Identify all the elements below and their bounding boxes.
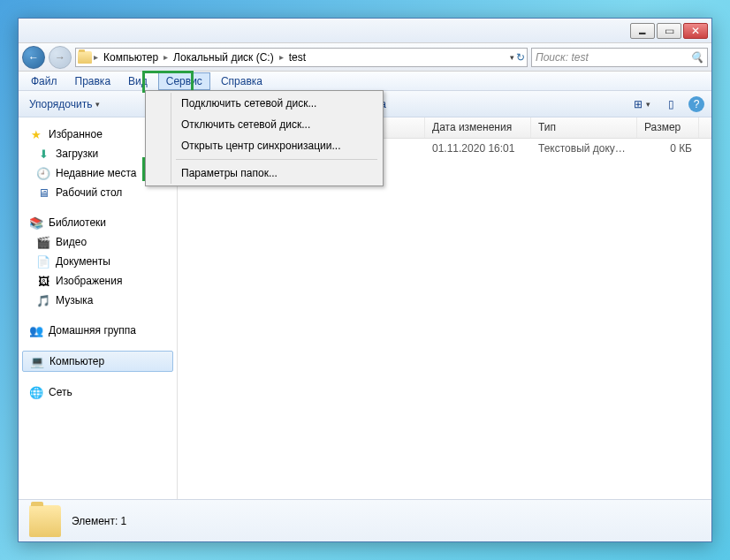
status-text: Элемент: 1 [72,515,126,527]
sidebar-item-label: Изображения [56,275,122,287]
column-date[interactable]: Дата изменения [425,117,531,138]
column-type[interactable]: Тип [531,117,637,138]
cell-size: 0 КБ [637,140,699,156]
chevron-down-icon: ▾ [95,100,100,109]
back-icon: ← [28,51,39,64]
sidebar-item-pictures[interactable]: 🖼Изображения [19,271,177,291]
menu-item-sync-center[interactable]: Открыть центр синхронизации... [172,135,381,156]
sidebar-item-label: Компьютер [49,355,104,367]
close-button[interactable]: ✕ [683,23,708,39]
breadcrumb[interactable]: Локальный диск (C:) [170,49,278,65]
view-icon: ⊞ [634,98,643,110]
desktop-icon: 🖥 [36,185,50,200]
sidebar-item-videos[interactable]: 🎬Видео [19,232,177,252]
sidebar-item-music[interactable]: 🎵Музыка [19,291,177,310]
cell-type: Текстовый докум... [531,140,637,156]
forward-button[interactable]: → [49,46,72,69]
sidebar-homegroup[interactable]: 👥Домашняя группа [19,321,177,340]
network-icon: 🌐 [29,385,43,399]
sidebar-item-label: Документы [56,255,110,268]
download-icon: ⬇ [36,147,50,161]
menu-item-disconnect-drive[interactable]: Отключить сетевой диск... [172,114,381,135]
sidebar-item-label: Избранное [49,128,103,140]
sidebar-item-label: Видео [56,236,87,248]
menu-item-folder-options[interactable]: Параметры папок... [172,163,381,184]
music-icon: 🎵 [36,293,50,307]
cell-date: 01.11.2020 16:01 [425,140,531,156]
preview-icon: ▯ [668,98,674,110]
folder-icon [78,50,92,64]
breadcrumb[interactable]: test [285,49,309,65]
minimize-button[interactable]: 🗕 [630,23,655,39]
video-icon: 🎬 [36,235,50,249]
clock-icon: 🕘 [36,166,50,180]
chevron-right-icon: ▸ [279,52,284,62]
computer-icon: 💻 [30,354,44,368]
chevron-down-icon: ▾ [646,100,650,109]
view-options-button[interactable]: ⊞ ▾ [630,96,654,112]
sidebar-item-label: Сеть [49,386,72,398]
maximize-icon: ▭ [665,25,674,37]
menu-separator [176,159,377,160]
sidebar-item-label: Музыка [56,294,93,306]
menu-file[interactable]: Файл [24,73,65,89]
star-icon: ★ [29,127,43,141]
sidebar-item-label: Рабочий стол [56,186,122,199]
refresh-button[interactable]: ↻ [516,51,525,64]
document-icon: 📄 [36,254,50,269]
sidebar-computer[interactable]: 💻Компьютер [22,351,173,372]
sidebar-network[interactable]: 🌐Сеть [19,382,177,402]
search-placeholder: Поиск: test [536,51,589,64]
column-size[interactable]: Размер [637,117,699,138]
sidebar-item-label: Домашняя группа [49,324,136,337]
search-input[interactable]: Поиск: test 🔍 [531,48,708,67]
picture-icon: 🖼 [36,274,50,288]
back-button[interactable]: ← [22,46,45,69]
sidebar-libraries[interactable]: 📚Библиотеки [19,213,177,232]
menu-item-map-drive[interactable]: Подключить сетевой диск... [172,93,381,114]
sidebar-item-label: Загрузки [56,148,98,160]
menubar: Файл Правка Вид Сервис Справка [19,72,711,91]
search-icon: 🔍 [690,51,703,64]
chevron-down-icon[interactable]: ▾ [510,53,514,62]
organize-label: Упорядочить [29,98,92,110]
organize-button[interactable]: Упорядочить ▾ [26,96,103,112]
maximize-button[interactable]: ▭ [657,23,681,39]
sidebar-item-documents[interactable]: 📄Документы [19,252,177,271]
minimize-icon: 🗕 [637,25,648,37]
help-button[interactable]: ? [688,96,704,112]
chevron-right-icon: ▸ [163,52,168,62]
preview-pane-button[interactable]: ▯ [665,96,678,112]
forward-icon: → [55,51,65,64]
chevron-right-icon: ▸ [94,52,98,62]
sidebar-item-label: Библиотеки [49,216,106,229]
menu-tools[interactable]: Сервис [158,72,210,90]
tools-dropdown: Подключить сетевой диск... Отключить сет… [145,90,384,186]
navbar: ← → ▸ Компьютер ▸ Локальный диск (C:) ▸ … [19,43,711,72]
statusbar: Элемент: 1 [19,499,711,541]
menu-view[interactable]: Вид [121,73,155,89]
titlebar: 🗕 ▭ ✕ [19,19,711,43]
menu-help[interactable]: Справка [214,73,270,89]
breadcrumb[interactable]: Компьютер [100,49,162,65]
homegroup-icon: 👥 [29,323,43,337]
close-icon: ✕ [691,25,700,37]
menu-edit[interactable]: Правка [68,73,118,89]
help-icon: ? [694,98,700,110]
sidebar-item-label: Недавние места [56,167,136,179]
address-bar[interactable]: ▸ Компьютер ▸ Локальный диск (C:) ▸ test… [75,48,528,67]
folder-icon [29,505,61,537]
libraries-icon: 📚 [29,216,43,230]
